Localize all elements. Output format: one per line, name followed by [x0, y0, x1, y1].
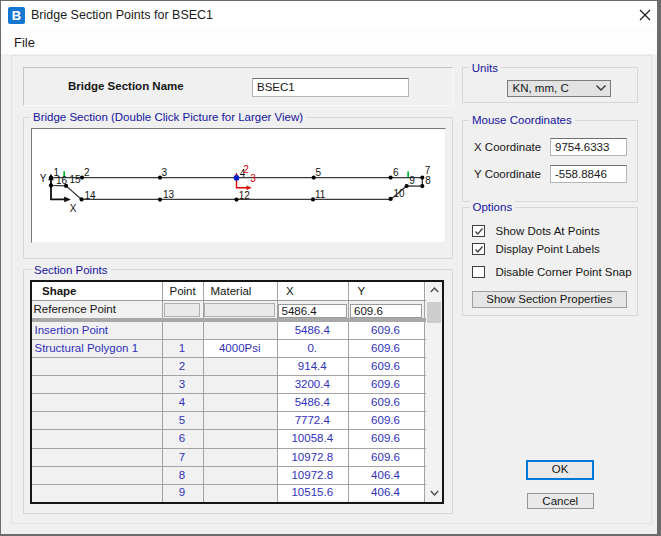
svg-text:6: 6 [393, 167, 399, 178]
svg-text:16: 16 [56, 175, 68, 186]
svg-text:11: 11 [315, 189, 326, 200]
svg-text:8: 8 [425, 175, 431, 186]
svg-text:10: 10 [394, 188, 406, 199]
svg-text:12: 12 [239, 190, 251, 201]
svg-text:5: 5 [316, 167, 322, 178]
svg-text:15: 15 [70, 174, 82, 185]
svg-text:2: 2 [243, 164, 249, 175]
svg-text:9: 9 [409, 175, 415, 186]
svg-text:14: 14 [85, 190, 97, 201]
svg-text:2: 2 [84, 167, 90, 178]
svg-text:X: X [70, 203, 77, 214]
svg-text:3: 3 [162, 167, 168, 178]
svg-text:13: 13 [163, 189, 175, 200]
svg-text:Y: Y [40, 173, 47, 184]
svg-text:3: 3 [250, 173, 256, 184]
